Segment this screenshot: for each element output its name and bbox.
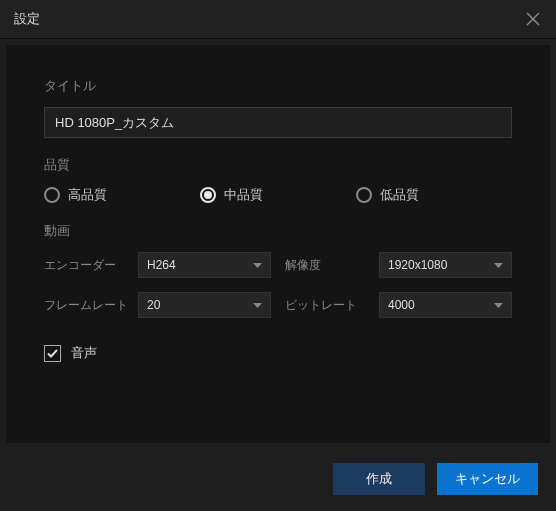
video-settings-grid: エンコーダー H264 解像度 1920x1080 フレームレート 20 ビット… <box>44 252 512 318</box>
title-section-label: タイトル <box>44 77 512 95</box>
create-button[interactable]: 作成 <box>333 463 425 495</box>
bitrate-label: ビットレート <box>285 297 365 314</box>
resolution-select[interactable]: 1920x1080 <box>379 252 512 278</box>
dialog-footer: 作成 キャンセル <box>0 449 556 511</box>
audio-checkbox-row: 音声 <box>44 344 512 362</box>
close-icon <box>526 12 540 26</box>
chevron-down-icon <box>494 263 503 268</box>
radio-icon <box>44 187 60 203</box>
select-value: 1920x1080 <box>388 258 447 272</box>
resolution-label: 解像度 <box>285 257 365 274</box>
select-value: 20 <box>147 298 160 312</box>
audio-checkbox[interactable] <box>44 345 61 362</box>
quality-section-label: 品質 <box>44 156 512 174</box>
dialog-title: 設定 <box>14 10 40 28</box>
radio-label: 低品質 <box>380 186 419 204</box>
checkmark-icon <box>47 349 58 358</box>
radio-icon <box>200 187 216 203</box>
select-value: H264 <box>147 258 176 272</box>
title-input[interactable] <box>44 107 512 138</box>
encoder-select[interactable]: H264 <box>138 252 271 278</box>
quality-radio-high[interactable]: 高品質 <box>44 186 200 204</box>
chevron-down-icon <box>253 303 262 308</box>
quality-radio-low[interactable]: 低品質 <box>356 186 512 204</box>
video-section-label: 動画 <box>44 222 512 240</box>
bitrate-select[interactable]: 4000 <box>379 292 512 318</box>
dialog-header: 設定 <box>0 0 556 39</box>
dialog-content: タイトル 品質 高品質 中品質 低品質 動画 エンコーダー H264 <box>6 45 550 443</box>
audio-label: 音声 <box>71 344 97 362</box>
encoder-label: エンコーダー <box>44 257 124 274</box>
cancel-button[interactable]: キャンセル <box>437 463 538 495</box>
quality-radio-mid[interactable]: 中品質 <box>200 186 356 204</box>
chevron-down-icon <box>253 263 262 268</box>
radio-label: 中品質 <box>224 186 263 204</box>
chevron-down-icon <box>494 303 503 308</box>
close-button[interactable] <box>524 10 542 28</box>
framerate-select[interactable]: 20 <box>138 292 271 318</box>
radio-icon <box>356 187 372 203</box>
settings-dialog: 設定 タイトル 品質 高品質 中品質 低品質 動画 エンコーダー <box>0 0 556 511</box>
select-value: 4000 <box>388 298 415 312</box>
radio-label: 高品質 <box>68 186 107 204</box>
quality-radio-group: 高品質 中品質 低品質 <box>44 186 512 204</box>
framerate-label: フレームレート <box>44 297 124 314</box>
